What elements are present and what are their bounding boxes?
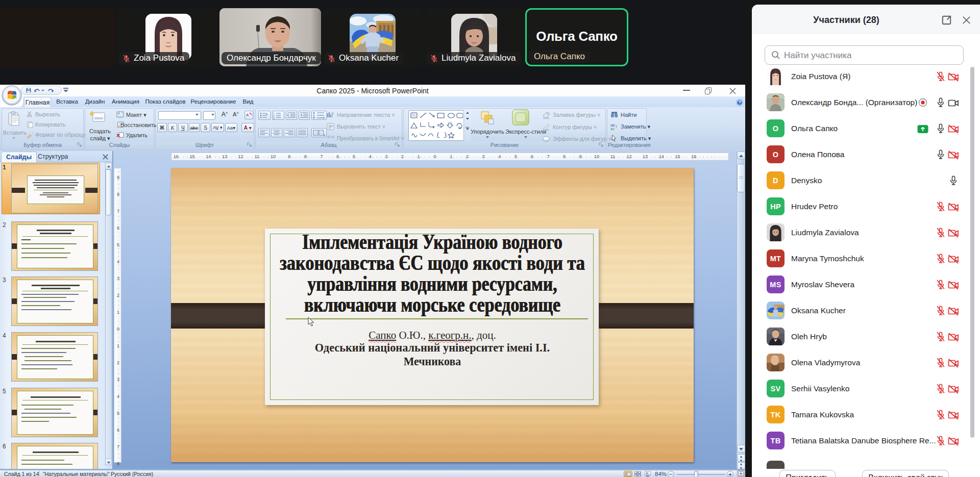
svg-text:3: 3: [273, 117, 275, 119]
svg-text:▾: ▾: [323, 116, 325, 119]
svg-text:A: A: [246, 113, 249, 117]
svg-text:▾: ▾: [324, 134, 325, 137]
svg-text:ac: ac: [610, 127, 615, 130]
